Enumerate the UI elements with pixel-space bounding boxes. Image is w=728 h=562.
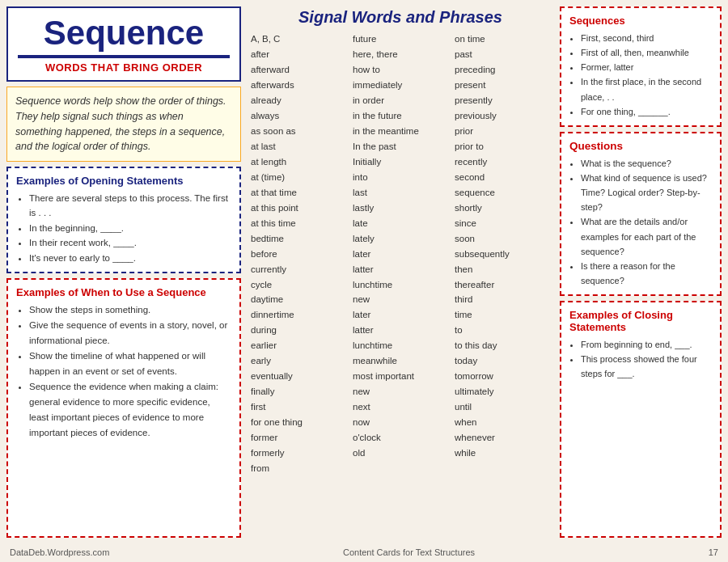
- page: Sequence Words That Bring Order Sequence…: [0, 0, 728, 562]
- sequences-title: Sequences: [569, 15, 712, 27]
- right-column: Sequences First, second, third First of …: [560, 6, 722, 538]
- word-item: next: [353, 399, 448, 415]
- examples-opening-title: Examples of Opening Statements: [16, 175, 231, 187]
- signal-words-grid: A, B, C after afterward afterwards alrea…: [248, 32, 553, 476]
- word-item: now: [353, 415, 448, 430]
- word-item: lastly: [353, 201, 448, 216]
- word-item: today: [455, 353, 550, 369]
- word-item: bedtime: [251, 231, 346, 247]
- word-item: in order: [353, 93, 448, 108]
- questions-list: What is the sequence? What kind of seque…: [569, 156, 712, 288]
- word-item: later: [353, 307, 448, 323]
- word-item: from: [251, 461, 346, 476]
- list-item: There are several steps to this process.…: [29, 191, 231, 221]
- word-item: afterwards: [251, 78, 346, 93]
- word-item: at last: [251, 139, 346, 154]
- description-text: Sequence words help show the order of th…: [15, 95, 226, 152]
- examples-opening-list: There are several steps to this process.…: [16, 191, 231, 265]
- word-item: sequence: [455, 185, 550, 201]
- list-item: First of all, then, meanwhile: [581, 45, 712, 60]
- word-item: for one thing: [251, 415, 346, 430]
- word-item: then: [455, 262, 550, 277]
- word-item: later: [353, 247, 448, 262]
- word-item: here, there: [353, 47, 448, 62]
- examples-when-title: Examples of When to Use a Sequence: [16, 286, 231, 298]
- word-item: ultimately: [455, 384, 550, 399]
- main-content: Sequence Words That Bring Order Sequence…: [0, 0, 728, 538]
- questions-box: Questions What is the sequence? What kin…: [560, 132, 722, 296]
- word-item: daytime: [251, 292, 346, 307]
- list-item: Give the sequence of events in a story, …: [29, 318, 231, 349]
- word-item: eventually: [251, 369, 346, 384]
- list-item: What are the details and/or examples for…: [581, 214, 712, 258]
- word-item: tomorrow: [455, 369, 550, 384]
- word-item: into: [353, 170, 448, 185]
- list-item: First, second, third: [581, 31, 712, 45]
- signal-col-1: A, B, C after afterward afterwards alrea…: [248, 32, 349, 476]
- closing-list: From beginning to end, ___. This process…: [569, 337, 712, 381]
- word-item: In the past: [353, 139, 448, 154]
- word-item: at (time): [251, 170, 346, 185]
- word-item: third: [455, 292, 550, 307]
- word-item: to this day: [455, 338, 550, 353]
- sequences-list: First, second, third First of all, then,…: [569, 31, 712, 119]
- title-box: Sequence Words That Bring Order: [6, 6, 241, 82]
- questions-title: Questions: [569, 140, 712, 152]
- examples-when-box: Examples of When to Use a Sequence Show …: [6, 278, 241, 538]
- word-item: currently: [251, 262, 346, 277]
- word-item: in the future: [353, 108, 448, 124]
- word-item: already: [251, 93, 346, 108]
- word-item: time: [455, 307, 550, 323]
- word-item: on time: [455, 32, 550, 47]
- list-item: For one thing, ______.: [581, 104, 712, 119]
- word-item: new: [353, 292, 448, 307]
- word-item: soon: [455, 231, 550, 247]
- word-item: o'clock: [353, 430, 448, 446]
- footer-center: Content Cards for Text Structures: [343, 547, 475, 557]
- description-box: Sequence words help show the order of th…: [6, 87, 241, 162]
- list-item: In the first place, in the second place,…: [581, 74, 712, 104]
- middle-column: Signal Words and Phrases A, B, C after a…: [248, 6, 553, 538]
- word-item: to: [455, 323, 550, 338]
- word-item: cycle: [251, 277, 346, 293]
- word-item: second: [455, 170, 550, 185]
- word-item: late: [353, 216, 448, 231]
- word-item: during: [251, 323, 346, 338]
- word-item: at that time: [251, 185, 346, 201]
- word-item: before: [251, 247, 346, 262]
- word-item: while: [455, 446, 550, 461]
- word-item: presently: [455, 93, 550, 108]
- word-item: immediately: [353, 78, 448, 93]
- word-item: early: [251, 353, 346, 369]
- subtitle: Words That Bring Order: [18, 61, 230, 74]
- left-column: Sequence Words That Bring Order Sequence…: [6, 6, 241, 538]
- word-item: latter: [353, 323, 448, 338]
- word-item: in the meantime: [353, 124, 448, 139]
- list-item: Is there a reason for the sequence?: [581, 259, 712, 288]
- list-item: What kind of sequence is used? Time? Log…: [581, 171, 712, 214]
- sequences-box: Sequences First, second, third First of …: [560, 6, 722, 127]
- main-title: Sequence: [18, 16, 230, 50]
- word-item: most important: [353, 369, 448, 384]
- word-item: first: [251, 399, 346, 415]
- word-item: how to: [353, 62, 448, 78]
- word-item: earlier: [251, 338, 346, 353]
- word-item: at this time: [251, 216, 346, 231]
- word-item: afterward: [251, 62, 346, 78]
- list-item: Sequence the evidence when making a clai…: [29, 379, 231, 441]
- list-item: Show the steps in something.: [29, 302, 231, 318]
- list-item: It's never to early to ____.: [29, 251, 231, 265]
- word-item: lunchtime: [353, 277, 448, 293]
- word-item: future: [353, 32, 448, 47]
- word-item: previously: [455, 108, 550, 124]
- word-item: A, B, C: [251, 32, 346, 47]
- word-item: prior to: [455, 139, 550, 154]
- word-item: recently: [455, 154, 550, 170]
- list-item: In the beginning, ____.: [29, 221, 231, 235]
- closing-title: Examples of Closing Statements: [569, 309, 712, 333]
- word-item: formerly: [251, 446, 346, 461]
- word-item: meanwhile: [353, 353, 448, 369]
- closing-box: Examples of Closing Statements From begi…: [560, 301, 722, 538]
- signal-col-3: on time past preceding present presently…: [451, 32, 553, 476]
- word-item: preceding: [455, 62, 550, 78]
